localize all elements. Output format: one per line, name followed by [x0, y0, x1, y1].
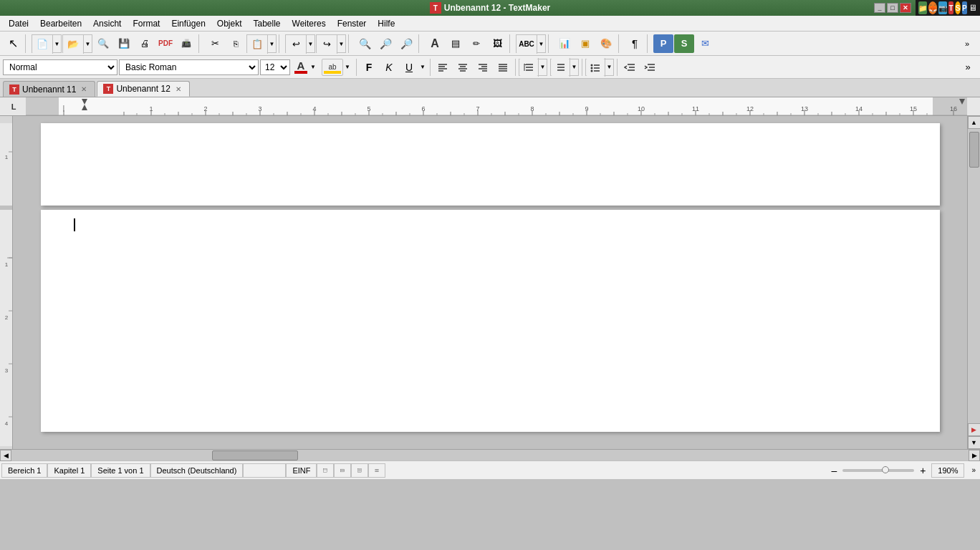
vertical-scrollbar[interactable]: ▲ ▶ ▼: [967, 116, 980, 449]
menu-bearbeiten[interactable]: Bearbeiten: [34, 17, 87, 30]
align-center-button[interactable]: [453, 59, 472, 76]
fax-button[interactable]: 📠: [176, 34, 196, 53]
underline-arrow[interactable]: ▼: [418, 59, 427, 76]
hscroll-track[interactable]: [11, 450, 969, 460]
line-spacing-arrow[interactable]: ▼: [538, 58, 547, 77]
char-format-button[interactable]: ▤: [446, 34, 466, 53]
spell-button[interactable]: ABC: [517, 35, 537, 54]
find-button[interactable]: 🔎: [375, 34, 395, 53]
size-select[interactable]: 12: [260, 59, 290, 75]
zoom-plus-button[interactable]: +: [917, 465, 928, 476]
pilcrow-button[interactable]: ¶: [625, 34, 645, 53]
zoom-slider-track[interactable]: [842, 469, 914, 472]
align-right-button[interactable]: [474, 59, 492, 76]
status-view2[interactable]: [334, 463, 351, 478]
menu-tabelle[interactable]: Tabelle: [248, 17, 287, 30]
statusbar-more[interactable]: »: [969, 466, 979, 474]
spell-arrow[interactable]: ▼: [537, 35, 545, 54]
pdf-button[interactable]: PDF: [155, 34, 176, 53]
redo-button[interactable]: ↪: [317, 35, 337, 54]
bullets-arrow[interactable]: ▼: [605, 58, 613, 77]
publisher-button[interactable]: P: [653, 34, 673, 53]
font-select[interactable]: Basic Roman: [119, 59, 259, 75]
new-button[interactable]: 📄: [32, 35, 52, 54]
italic-button[interactable]: K: [380, 59, 398, 76]
clear-format-button[interactable]: ✏: [466, 34, 486, 53]
zoom-out-button[interactable]: 🔍: [355, 34, 375, 53]
frame-button[interactable]: ▣: [575, 34, 595, 53]
style-select[interactable]: Normal: [3, 59, 117, 75]
copy-button[interactable]: ⎘: [226, 34, 246, 53]
close-button[interactable]: ✕: [900, 3, 911, 13]
status-view4[interactable]: [368, 463, 385, 478]
font-color-button[interactable]: A: [293, 59, 309, 76]
open-button[interactable]: 📂: [63, 35, 83, 54]
paste-button[interactable]: 📋: [247, 35, 267, 54]
menu-einfuegen[interactable]: Einfügen: [165, 17, 211, 30]
insert-image-button[interactable]: 🖼: [487, 34, 507, 53]
undo-button[interactable]: ↩: [286, 35, 306, 54]
highlight-button[interactable]: ab: [322, 59, 343, 76]
status-view3[interactable]: [351, 463, 368, 478]
scroll-down-button[interactable]: ▼: [968, 436, 981, 449]
toolbar2-more[interactable]: »: [959, 59, 977, 76]
tray-monitor-icon[interactable]: 🖥: [969, 1, 977, 14]
menu-hilfe[interactable]: Hilfe: [372, 17, 400, 30]
menu-datei[interactable]: Datei: [3, 17, 34, 30]
print-preview-button[interactable]: 🔍: [93, 34, 113, 53]
hscroll-thumb[interactable]: [212, 450, 298, 460]
bullets-button[interactable]: [586, 59, 605, 76]
highlight-arrow[interactable]: ▼: [343, 59, 352, 76]
horizontal-scrollbar[interactable]: ◀ ▶: [0, 449, 980, 460]
email-button[interactable]: ✉: [695, 34, 715, 53]
tray-folder-icon[interactable]: 📁: [918, 1, 927, 14]
toolbar1-more[interactable]: »: [957, 34, 977, 53]
page-2[interactable]: [41, 210, 940, 432]
cut-button[interactable]: ✂: [205, 34, 225, 53]
indent-increase-button[interactable]: [640, 59, 659, 76]
para-spacing-arrow[interactable]: ▼: [570, 58, 578, 77]
save-button[interactable]: 💾: [114, 34, 134, 53]
zoom-percent-button[interactable]: 🔎: [396, 34, 416, 53]
status-einf[interactable]: EINF: [286, 463, 317, 478]
undo-arrow[interactable]: ▼: [306, 35, 314, 54]
align-left-button[interactable]: [433, 59, 452, 76]
redo-arrow[interactable]: ▼: [337, 35, 345, 54]
scroll-expand[interactable]: ▶: [968, 423, 981, 436]
minimize-button[interactable]: _: [874, 3, 885, 13]
maximize-button[interactable]: □: [887, 3, 898, 13]
scroll-thumb[interactable]: [969, 132, 979, 168]
bold-button[interactable]: F: [360, 59, 378, 76]
cursor-tool[interactable]: ↖: [3, 34, 23, 53]
hscroll-left-button[interactable]: ◀: [0, 450, 11, 461]
indent-decrease-button[interactable]: [620, 59, 639, 76]
tab-unbenannt12[interactable]: T Unbenannt 12 ✕: [97, 81, 189, 97]
scroll-up-button[interactable]: ▲: [968, 116, 981, 129]
color-scheme-button[interactable]: 🎨: [596, 34, 616, 53]
tab-close-11[interactable]: ✕: [79, 85, 89, 95]
scroll-track[interactable]: [968, 129, 980, 423]
line-spacing-button[interactable]: [519, 59, 538, 76]
status-view1[interactable]: [317, 463, 334, 478]
tray-firefox-icon[interactable]: 🦊: [928, 1, 937, 14]
new-arrow[interactable]: ▼: [52, 35, 61, 54]
print-button[interactable]: 🖨: [135, 34, 155, 53]
menu-objekt[interactable]: Objekt: [211, 17, 248, 30]
hscroll-right-button[interactable]: ▶: [969, 450, 980, 461]
underline-button[interactable]: U: [400, 59, 418, 76]
tab-close-12[interactable]: ✕: [173, 84, 183, 94]
menu-weiteres[interactable]: Weiteres: [287, 17, 332, 30]
zoom-minus-button[interactable]: –: [828, 465, 840, 476]
font-color-arrow[interactable]: ▼: [309, 59, 317, 76]
zoom-slider-thumb[interactable]: [882, 466, 889, 473]
para-spacing-button[interactable]: [551, 59, 570, 76]
menu-format[interactable]: Format: [127, 17, 165, 30]
softmaker-button[interactable]: S: [674, 34, 694, 53]
menu-ansicht[interactable]: Ansicht: [87, 17, 127, 30]
open-arrow[interactable]: ▼: [83, 35, 92, 54]
tab-unbenannt11[interactable]: T Unbenannt 11 ✕: [3, 81, 95, 97]
justify-button[interactable]: [494, 59, 512, 76]
tray-camera-icon[interactable]: 📷: [938, 1, 947, 14]
chart-button[interactable]: 📊: [554, 34, 575, 53]
paste-arrow[interactable]: ▼: [267, 35, 276, 54]
